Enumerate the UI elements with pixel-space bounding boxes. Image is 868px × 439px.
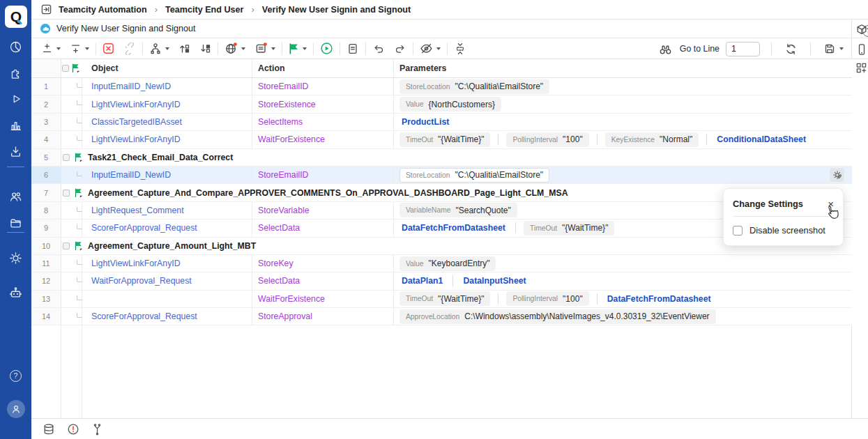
sidebar-item-settings[interactable] bbox=[0, 249, 31, 266]
sidebar-item-import[interactable] bbox=[0, 143, 31, 160]
datasheet-panel-button[interactable] bbox=[43, 423, 55, 436]
sidebar-item-projects[interactable] bbox=[0, 215, 31, 231]
close-icon[interactable]: × bbox=[828, 199, 834, 209]
object-link[interactable]: LightViewLinkForAnyID bbox=[91, 100, 181, 109]
object-link[interactable]: LightViewLinkForAnyID bbox=[91, 134, 181, 144]
task-title[interactable]: Task21_Check_Email_Data_Correct bbox=[88, 153, 233, 162]
param-chip[interactable]: KeyExistence"Normal" bbox=[605, 132, 699, 147]
step-row[interactable]: 14ScoreForApproval_RequestStoreApprovalA… bbox=[31, 308, 852, 325]
object-link[interactable]: ScoreForApproval_Request bbox=[91, 311, 197, 321]
sidebar-item-users[interactable] bbox=[0, 188, 31, 205]
move-step-down-button[interactable] bbox=[198, 41, 213, 56]
row-checkbox[interactable] bbox=[63, 154, 70, 161]
step-row[interactable]: 6InputEmailID_NewIDStoreEmailIDStoreLoca… bbox=[31, 167, 852, 184]
flow-condition-button[interactable] bbox=[148, 41, 171, 56]
sidebar-item-reports[interactable] bbox=[0, 117, 31, 134]
param-chip[interactable]: ApproveLocationC:\Windows\assembly\Nativ… bbox=[399, 309, 716, 324]
column-header-object[interactable]: Object bbox=[91, 63, 119, 73]
step-row[interactable]: 11LightViewLinkForAnyIDStoreKeyValue"Key… bbox=[31, 255, 852, 272]
step-row[interactable]: 13WaitForExistenceTimeOut"{WaitTime}"Pol… bbox=[31, 291, 852, 308]
find-button[interactable] bbox=[657, 41, 673, 56]
move-step-up-button[interactable] bbox=[177, 41, 192, 56]
action-link[interactable]: WaitForExistence bbox=[258, 134, 325, 144]
action-link[interactable]: StoreEmailID bbox=[258, 170, 308, 180]
param-chip[interactable]: TimeOut"{WaitTime}" bbox=[524, 221, 614, 236]
task-title[interactable]: Agreement_Capture_Amount_Light_MBT bbox=[88, 241, 256, 251]
undo-button[interactable] bbox=[371, 41, 386, 56]
step-row[interactable]: 1InputEmailID_NewIDStoreEmailIDStoreLoca… bbox=[31, 78, 852, 95]
add-column-button[interactable] bbox=[855, 61, 868, 75]
param-chip[interactable]: StoreLocation"C:\Qualitia\EmailStore" bbox=[399, 79, 549, 94]
sidebar-item-execute[interactable] bbox=[0, 91, 31, 107]
sidebar-item-components[interactable] bbox=[0, 65, 31, 82]
step-row[interactable]: 12WaitForApproval_RequestSelectDataDataP… bbox=[31, 272, 852, 290]
object-link[interactable]: InputEmailID_NewID bbox=[91, 170, 171, 180]
add-step-below-button[interactable] bbox=[68, 41, 91, 56]
object-link[interactable]: WaitForApproval_Request bbox=[91, 276, 192, 286]
disable-screenshot-checkbox[interactable] bbox=[733, 226, 743, 236]
param-datasheet-link[interactable]: DataPlan1 bbox=[399, 276, 445, 286]
action-link[interactable]: SelectItems bbox=[258, 117, 303, 127]
action-link[interactable]: SelectData bbox=[258, 223, 300, 233]
datasheet-button[interactable] bbox=[253, 41, 277, 56]
hide-steps-button[interactable] bbox=[418, 41, 442, 56]
param-datasheet-link[interactable]: ProductList bbox=[399, 117, 451, 127]
action-link[interactable]: StoreApproval bbox=[258, 311, 312, 321]
param-chip[interactable]: VariableName"SearchQuote" bbox=[399, 203, 517, 217]
param-chip[interactable]: StoreLocation"C:\Qualitia\EmailStore" bbox=[399, 168, 549, 183]
step-row[interactable]: 2LightViewLinkForAnyIDStoreExistenceValu… bbox=[31, 95, 852, 113]
sidebar-item-dashboard[interactable] bbox=[0, 38, 31, 55]
breadcrumb-item-current[interactable]: Verify New User Signin and Signout bbox=[262, 5, 411, 15]
redo-button[interactable] bbox=[393, 41, 408, 56]
action-link[interactable]: StoreVariable bbox=[258, 206, 310, 215]
sync-button[interactable] bbox=[783, 41, 799, 56]
sidebar-help-button[interactable]: ? bbox=[0, 367, 31, 384]
param-chip[interactable]: Value{NorthCustomers} bbox=[399, 97, 501, 111]
object-link[interactable]: InputEmailID_NewID bbox=[91, 82, 171, 91]
step-row[interactable]: 3ClassicTargetedIBAssetSelectItemsProduc… bbox=[31, 114, 852, 131]
action-link[interactable]: WaitForExistence bbox=[258, 294, 325, 304]
row-checkbox[interactable] bbox=[63, 190, 70, 197]
object-link[interactable]: ClassicTargetedIBAsset bbox=[91, 117, 182, 127]
step-row[interactable]: 4LightViewLinkForAnyIDWaitForExistenceTi… bbox=[31, 131, 852, 148]
save-button[interactable] bbox=[822, 41, 845, 56]
action-link[interactable]: StoreExistence bbox=[258, 100, 316, 109]
action-link[interactable]: StoreEmailID bbox=[258, 82, 308, 91]
object-link[interactable]: ScoreForApproval_Request bbox=[91, 223, 197, 233]
object-link[interactable]: LightViewLinkForAnyID bbox=[91, 259, 181, 268]
object-link[interactable]: LightRequest_Comment bbox=[91, 206, 184, 215]
task-title[interactable]: Agreement_Capture_And_Compare_APPROVER_C… bbox=[88, 188, 568, 198]
row-settings-button[interactable] bbox=[830, 168, 844, 182]
select-all-checkbox[interactable] bbox=[62, 65, 69, 72]
form-view-button[interactable] bbox=[345, 41, 360, 56]
task-row[interactable]: 5Task21_Check_Email_Data_Correct bbox=[31, 149, 852, 167]
column-header-parameters[interactable]: Parameters bbox=[399, 63, 447, 73]
column-header-action[interactable]: Action bbox=[258, 63, 285, 73]
sidebar-item-bot[interactable] bbox=[0, 284, 31, 301]
param-chip[interactable]: TimeOut"{WaitTime}" bbox=[399, 291, 490, 306]
errors-panel-button[interactable] bbox=[67, 423, 79, 436]
breadcrumb-item-project[interactable]: Teamcity Automation bbox=[59, 5, 147, 15]
add-step-above-button[interactable] bbox=[40, 41, 62, 56]
action-link[interactable]: SelectData bbox=[258, 276, 300, 286]
param-chip[interactable]: Value"KeyboardEntry" bbox=[399, 256, 496, 271]
version-history-button[interactable] bbox=[91, 423, 103, 436]
row-checkbox[interactable] bbox=[63, 242, 70, 249]
unlink-button[interactable] bbox=[122, 41, 137, 56]
param-datasheet-link[interactable]: DataFetchFromDatasheet bbox=[399, 223, 508, 233]
go-to-line-input[interactable] bbox=[726, 42, 760, 56]
mobile-view-button[interactable] bbox=[855, 43, 868, 56]
param-chip[interactable]: TimeOut"{WaitTime}" bbox=[399, 132, 490, 147]
param-datasheet-link[interactable]: DataFetchFromDatasheet bbox=[605, 294, 713, 304]
sidebar-user-avatar[interactable] bbox=[0, 401, 31, 417]
flag-button[interactable] bbox=[287, 41, 308, 56]
run-button[interactable] bbox=[319, 41, 335, 56]
breadcrumb-item-suite[interactable]: Teamcity End User bbox=[165, 5, 243, 15]
collapse-all-button[interactable] bbox=[452, 41, 468, 56]
delete-step-button[interactable] bbox=[101, 41, 116, 56]
web-objects-button[interactable] bbox=[223, 41, 247, 56]
param-chip[interactable]: PollingInterval"100" bbox=[506, 291, 588, 306]
param-chip[interactable]: PollingInterval"100" bbox=[506, 132, 588, 147]
param-datasheet-link[interactable]: DataInputSheet bbox=[461, 276, 528, 286]
param-datasheet-link[interactable]: ConditionalDataSheet bbox=[715, 134, 808, 144]
